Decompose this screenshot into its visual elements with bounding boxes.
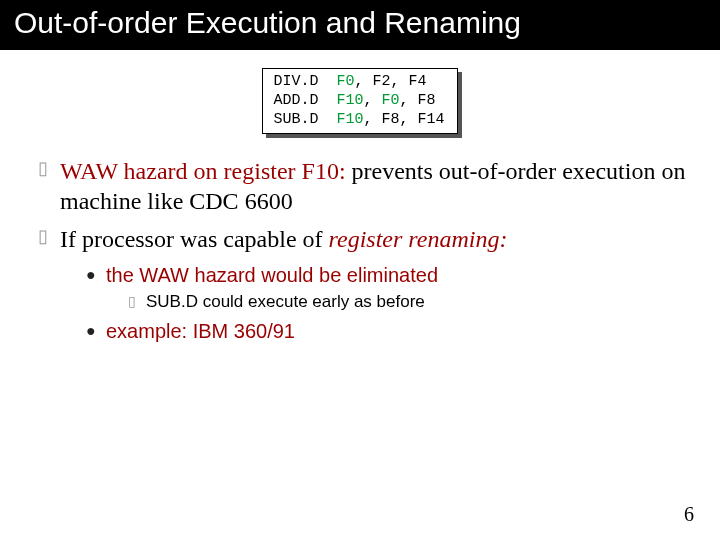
bullet-text: WAW hazard on register F10: prevents out… bbox=[60, 156, 692, 216]
sub-list: ● the WAW hazard would be eliminated bbox=[86, 262, 692, 288]
subsub-list: ▯ SUB.D could execute early as before bbox=[128, 292, 692, 312]
sub-bullet-text: example: IBM 360/91 bbox=[106, 318, 295, 344]
code-block: DIV.D F0, F2, F4 ADD.D F10, F0, F8 SUB.D… bbox=[262, 68, 457, 134]
code-reg: F8 bbox=[382, 111, 400, 128]
bullet-item: ▯ WAW hazard on register F10: prevents o… bbox=[38, 156, 692, 216]
code-reg: F10 bbox=[336, 111, 363, 128]
bullet-icon: ▯ bbox=[128, 292, 146, 310]
bullet-lead: WAW hazard on register F10: bbox=[60, 158, 352, 184]
sub-bullet-text: the WAW hazard would be eliminated bbox=[106, 262, 438, 288]
sub-list: ● example: IBM 360/91 bbox=[86, 318, 692, 344]
subsub-bullet-item: ▯ SUB.D could execute early as before bbox=[128, 292, 692, 312]
bullet-icon: ▯ bbox=[38, 224, 60, 248]
code-reg: F2 bbox=[373, 73, 391, 90]
subsub-bullet-text: SUB.D could execute early as before bbox=[146, 292, 425, 312]
dot-icon: ● bbox=[86, 262, 106, 286]
code-reg: F10 bbox=[336, 92, 363, 109]
code-op: DIV.D bbox=[273, 73, 318, 90]
sub-bullet-item: ● example: IBM 360/91 bbox=[86, 318, 692, 344]
slide-title: Out-of-order Execution and Renaming bbox=[0, 0, 720, 50]
bullet-lead: If processor was capable of bbox=[60, 226, 329, 252]
code-op: SUB.D bbox=[273, 111, 318, 128]
bullet-item: ▯ If processor was capable of register r… bbox=[38, 224, 692, 254]
code-block-wrap: DIV.D F0, F2, F4 ADD.D F10, F0, F8 SUB.D… bbox=[0, 68, 720, 134]
code-reg: F4 bbox=[409, 73, 427, 90]
bullet-emph: register renaming: bbox=[329, 226, 508, 252]
code-reg: F8 bbox=[418, 92, 436, 109]
bullet-text: If processor was capable of register ren… bbox=[60, 224, 507, 254]
code-reg: F14 bbox=[418, 111, 445, 128]
sub-bullet-item: ● the WAW hazard would be eliminated bbox=[86, 262, 692, 288]
page-number: 6 bbox=[684, 503, 694, 526]
bullet-icon: ▯ bbox=[38, 156, 60, 180]
code-reg: F0 bbox=[382, 92, 400, 109]
content-area: ▯ WAW hazard on register F10: prevents o… bbox=[0, 156, 720, 344]
code-reg: F0 bbox=[336, 73, 354, 90]
dot-icon: ● bbox=[86, 318, 106, 342]
code-op: ADD.D bbox=[273, 92, 318, 109]
